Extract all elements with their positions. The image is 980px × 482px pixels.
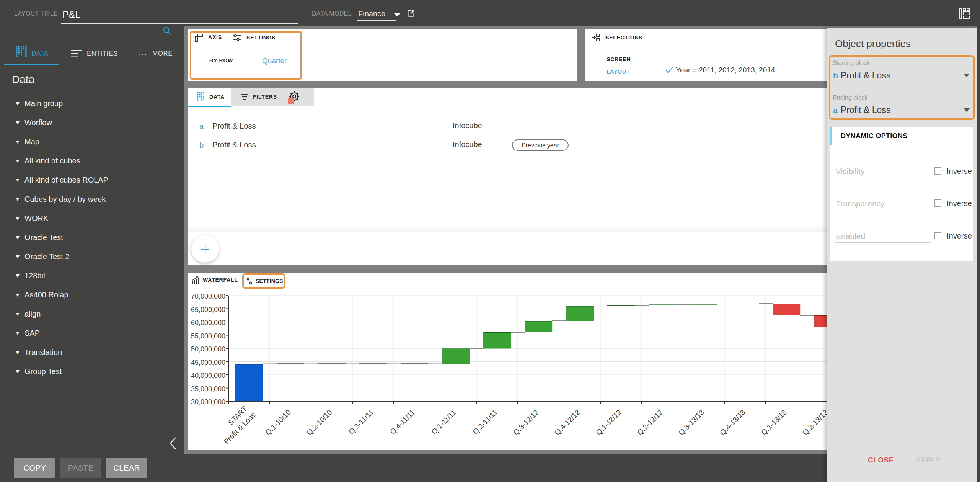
svg-text:Q.1-10/10: Q.1-10/10 [264,408,292,437]
svg-text:Q.1-11/11: Q.1-11/11 [430,408,458,436]
svg-text:Q.3-12/12: Q.3-12/12 [512,408,540,437]
svg-text:Q.2-13/13: Q.2-13/13 [801,408,830,437]
svg-text:Q.1-13/13: Q.1-13/13 [760,408,788,437]
svg-text:Q.4-11/11: Q.4-11/11 [388,408,416,436]
svg-text:Q.2-12/12: Q.2-12/12 [636,408,664,437]
svg-text:Q.1-12/12: Q.1-12/12 [594,408,623,437]
svg-text:Q.4-12/12: Q.4-12/12 [553,408,582,437]
svg-text:Q.2-11/11: Q.2-11/11 [471,408,499,436]
svg-text:70,000,000: 70,000,000 [191,292,225,300]
svg-text:Q.2-10/10: Q.2-10/10 [305,408,334,437]
svg-text:40,000,000: 40,000,000 [191,372,225,379]
svg-text:65,000,000: 65,000,000 [191,306,225,314]
svg-text:35,000,000: 35,000,000 [191,385,225,393]
svg-text:Q.3-11/11: Q.3-11/11 [347,408,375,436]
svg-text:Q.4-13/13: Q.4-13/13 [718,408,747,437]
svg-text:30,000,000: 30,000,000 [191,398,225,406]
svg-text:50,000,000: 50,000,000 [191,345,225,353]
svg-text:55,000,000: 55,000,000 [191,332,225,340]
svg-text:60,000,000: 60,000,000 [191,319,225,327]
svg-text:Q.3-13/13: Q.3-13/13 [677,408,706,437]
svg-text:45,000,000: 45,000,000 [191,359,225,366]
